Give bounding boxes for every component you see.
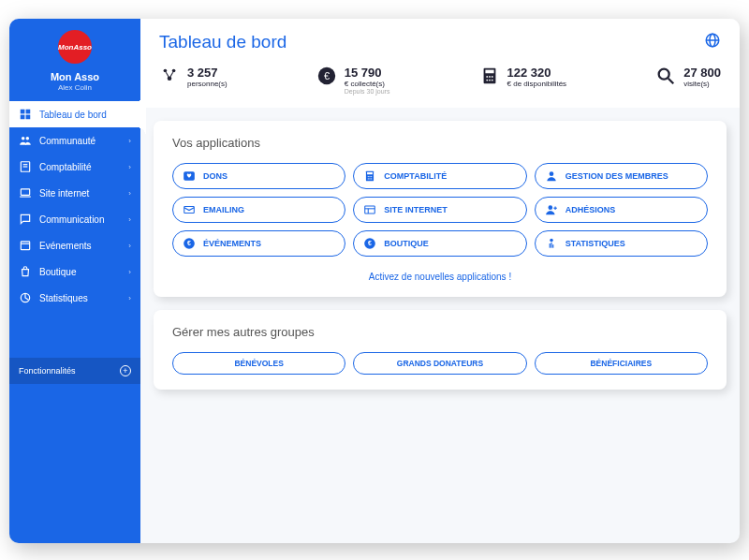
mail-icon (183, 203, 196, 216)
calc-icon (479, 66, 500, 86)
groups-title: Gérer mes autres groupes (172, 325, 708, 339)
activate-link[interactable]: Activez de nouvelles applications ! (172, 272, 708, 282)
app-tile-4[interactable]: SITE INTERNET (353, 197, 526, 223)
group-pill-0[interactable]: BÉNÉVOLES (172, 352, 345, 375)
sidebar-item-0[interactable]: Tableau de bord (9, 101, 146, 127)
app-tile-6[interactable]: ÉVÉNEMENTS (172, 230, 345, 257)
chevron-right-icon: › (128, 294, 131, 302)
people-icon (19, 134, 32, 147)
chevron-right-icon: › (128, 189, 131, 198)
stat-label: € collecté(s) (345, 80, 390, 88)
nav-label: Statistiques (39, 293, 88, 303)
chevron-right-icon: › (128, 242, 131, 250)
heart-icon (183, 169, 196, 183)
app-label: BOUTIQUE (384, 239, 429, 248)
nav-label: Communication (39, 214, 104, 225)
sidebar-item-3[interactable]: Site internet› (9, 180, 140, 206)
app-label: STATISTIQUES (565, 239, 625, 248)
app-tile-1[interactable]: COMPTABILITÉ (353, 163, 526, 189)
search-icon (655, 66, 676, 86)
app-tile-5[interactable]: ADHÉSIONS (535, 197, 708, 223)
euro-icon (183, 237, 196, 250)
stat-value: 122 320 (507, 66, 567, 80)
nav-label: Boutique (39, 267, 76, 277)
app-tile-8[interactable]: STATISTIQUES (535, 230, 708, 257)
stat-3: 27 800visite(s) (655, 66, 721, 95)
app-tile-3[interactable]: EMAILING (172, 197, 345, 223)
chevron-right-icon: › (128, 163, 131, 171)
app-label: DONS (203, 171, 228, 181)
org-name: Mon Asso (9, 71, 140, 82)
app-label: GESTION DES MEMBRES (565, 171, 668, 181)
app-window: MonAsso Mon Asso Alex Colin Tableau de b… (9, 19, 740, 543)
calc-icon (363, 169, 376, 183)
nav-label: Communauté (39, 136, 95, 146)
globe-icon[interactable] (704, 32, 721, 52)
page-title: Tableau de bord (159, 32, 286, 52)
sidebar-item-2[interactable]: Comptabilité› (9, 154, 140, 180)
stat-0: 3 257personne(s) (159, 66, 228, 95)
applications-card: Vos applications DONSCOMPTABILITÉGESTION… (154, 121, 727, 297)
group-pill-2[interactable]: BÉNÉFICIAIRES (535, 352, 708, 375)
groups-card: Gérer mes autres groupes BÉNÉVOLESGRANDS… (154, 310, 727, 390)
chevron-right-icon: › (128, 137, 131, 145)
stat-label: visite(s) (683, 80, 721, 88)
sidebar-item-5[interactable]: Evénements› (9, 232, 140, 258)
personadd-icon (545, 203, 558, 216)
main-content: Tableau de bord 3 257personne(s)15 790€ … (140, 19, 740, 543)
stats-icon (545, 237, 558, 250)
euro-icon (363, 237, 376, 250)
chevron-right-icon: › (128, 268, 131, 276)
app-label: ADHÉSIONS (565, 205, 616, 214)
stat-2: 122 320€ de disponibilités (479, 66, 567, 95)
pie-icon (19, 291, 32, 304)
plus-icon: + (120, 365, 131, 376)
dashboard-icon (19, 108, 32, 121)
stat-label: personne(s) (187, 80, 228, 88)
nav-label: Tableau de bord (39, 110, 107, 120)
euro-icon (316, 66, 337, 86)
nav-label: Evénements (39, 241, 92, 251)
person-icon (545, 169, 558, 183)
web-icon (363, 203, 376, 216)
features-button[interactable]: Fonctionnalités + (9, 358, 140, 384)
laptop-icon (19, 186, 32, 199)
stat-value: 3 257 (187, 66, 228, 80)
stat-1: 15 790€ collecté(s)Depuis 30 jours (316, 66, 390, 95)
stat-label: € de disponibilités (507, 80, 567, 88)
sidebar-item-4[interactable]: Communication› (9, 206, 140, 232)
app-tile-0[interactable]: DONS (172, 163, 345, 189)
app-label: ÉVÉNEMENTS (203, 239, 261, 248)
chevron-right-icon: › (128, 215, 131, 224)
sidebar: MonAsso Mon Asso Alex Colin Tableau de b… (9, 19, 140, 543)
sidebar-nav: Tableau de bordCommunauté›Comptabilité›S… (9, 101, 140, 311)
stat-value: 15 790 (345, 66, 390, 80)
book-icon (19, 160, 32, 173)
app-tile-2[interactable]: GESTION DES MEMBRES (535, 163, 708, 189)
sidebar-item-7[interactable]: Statistiques› (9, 285, 140, 311)
calendar-icon (19, 239, 32, 252)
stat-sublabel: Depuis 30 jours (345, 88, 390, 95)
app-label: EMAILING (203, 205, 244, 214)
bag-icon (19, 265, 32, 278)
nav-label: Comptabilité (39, 162, 92, 172)
sidebar-item-6[interactable]: Boutique› (9, 258, 140, 285)
group-pill-1[interactable]: GRANDS DONATEURS (353, 352, 526, 375)
applications-grid: DONSCOMPTABILITÉGESTION DES MEMBRESEMAIL… (172, 163, 708, 257)
groups-grid: BÉNÉVOLESGRANDS DONATEURSBÉNÉFICIAIRES (172, 352, 708, 375)
chat-icon (19, 213, 32, 226)
stats-bar: 3 257personne(s)15 790€ collecté(s)Depui… (140, 56, 740, 108)
stat-value: 27 800 (683, 66, 721, 80)
app-label: SITE INTERNET (384, 205, 448, 214)
people-icon (159, 66, 180, 86)
sidebar-item-1[interactable]: Communauté› (9, 127, 140, 154)
app-tile-7[interactable]: BOUTIQUE (353, 230, 526, 257)
header: Tableau de bord (140, 19, 740, 56)
org-logo: MonAsso (58, 30, 92, 64)
user-name: Alex Colin (9, 83, 140, 92)
features-label: Fonctionnalités (19, 366, 76, 376)
nav-label: Site internet (39, 188, 89, 199)
app-label: COMPTABILITÉ (384, 171, 447, 181)
applications-title: Vos applications (172, 136, 708, 150)
